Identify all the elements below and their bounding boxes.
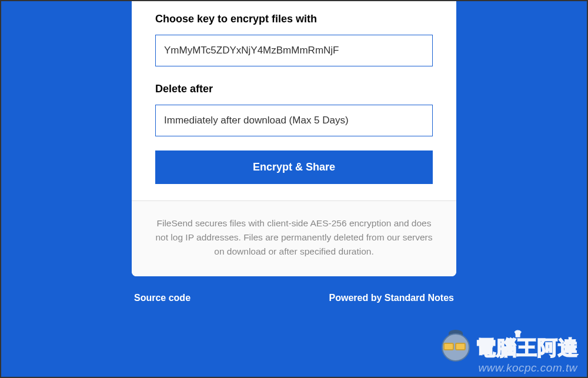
- watermark-chinese-text: 電腦王阿達♛: [476, 334, 579, 362]
- powered-by-link[interactable]: Powered by Standard Notes: [329, 293, 455, 303]
- mascot-icon: [437, 330, 473, 366]
- bottom-links: Source code Powered by Standard Notes: [132, 293, 456, 303]
- encrypt-key-input[interactable]: [155, 35, 433, 66]
- delete-after-section: Delete after Immediately after download …: [155, 83, 433, 136]
- encrypt-key-label: Choose key to encrypt files with: [155, 13, 433, 25]
- form-section: Choose key to encrypt files with Delete …: [155, 13, 433, 200]
- security-note: FileSend secures files with client-side …: [132, 200, 456, 276]
- delete-after-label: Delete after: [155, 83, 433, 95]
- source-code-link[interactable]: Source code: [134, 293, 191, 303]
- delete-after-select[interactable]: Immediately after download (Max 5 Days): [155, 105, 433, 136]
- encrypt-share-button[interactable]: Encrypt & Share: [155, 150, 433, 184]
- main-card: Choose key to encrypt files with Delete …: [132, 1, 456, 276]
- watermark: 電腦王阿達♛: [437, 330, 579, 366]
